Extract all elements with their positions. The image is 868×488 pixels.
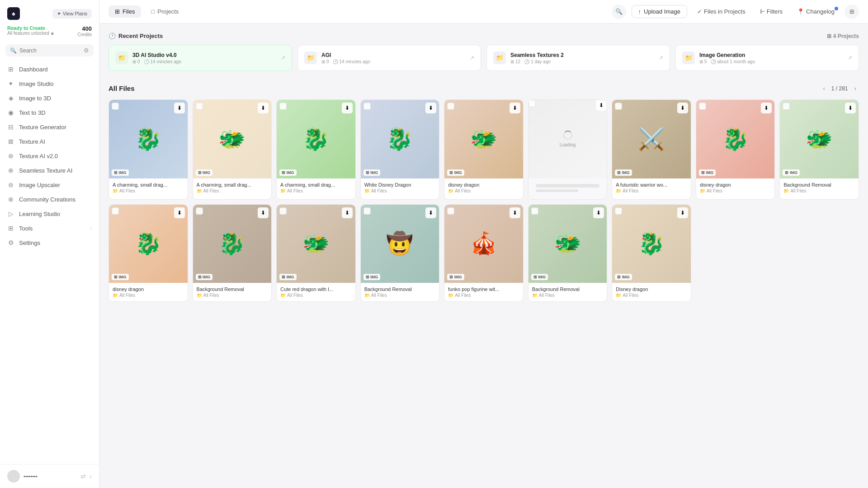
sidebar-item-label: Texture AI	[19, 138, 45, 145]
view-plans-button[interactable]: ✦ View Plans	[52, 9, 92, 19]
file-card[interactable]: 🐉 ⬇ ⊞ IMG disney dragon 📁 All Files	[108, 204, 188, 302]
tab-projects[interactable]: □ Projects	[145, 5, 185, 18]
sidebar-item-image-studio[interactable]: ✦ Image Studio	[0, 76, 99, 91]
search-input[interactable]	[19, 47, 81, 54]
download-button[interactable]: ⬇	[425, 207, 436, 218]
page-indicator: 1 / 281	[831, 85, 848, 92]
project-folder-icon: 📁	[304, 52, 317, 64]
folder-icon: 📁	[616, 188, 621, 193]
file-thumbnail: 🐉 ⬇ ⊞ IMG	[612, 205, 691, 283]
download-button[interactable]: ⬇	[593, 207, 604, 218]
file-info: disney dragon 📁 All Files	[444, 178, 523, 197]
folder-icon: 📁	[364, 188, 370, 193]
file-card[interactable]: 🤠 ⬇ ⊞ IMG Background Removal 📁 All Files	[360, 204, 440, 302]
project-card-image-generation[interactable]: 📁 Image Generation ⊞ 5 🕐 about 1 month a…	[675, 45, 859, 71]
upload-image-button[interactable]: ↑ Upload Image	[632, 5, 687, 18]
download-button[interactable]: ⬇	[342, 207, 353, 218]
download-button[interactable]: ⬇	[258, 207, 269, 218]
file-card[interactable]: 🐲 ⬇ ⊞ IMG disney dragon 📁 All Files	[444, 99, 524, 200]
file-checkbox[interactable]	[196, 207, 203, 215]
file-card[interactable]: 🐉 ⬇ ⊞ IMG A charming, small drag... 📁 Al…	[108, 99, 188, 200]
file-card[interactable]: 🎪 ⬇ ⊞ IMG funko pop figurine wit... 📁 Al…	[444, 204, 524, 302]
download-button[interactable]: ⬇	[677, 207, 688, 218]
sidebar-item-image-upscaler[interactable]: ⊜ Image Upscaler	[0, 178, 99, 192]
sidebar-item-learning-studio[interactable]: ▷ Learning Studio	[0, 206, 99, 221]
file-card[interactable]: 🐉 ⬇ ⊞ IMG White Disney Dragon 📁 All File…	[360, 99, 440, 200]
file-card[interactable]: 🐲 ⬇ ⊞ IMG A charming, small drag... 📁 Al…	[193, 99, 272, 200]
tab-files[interactable]: ⊞ Files	[108, 5, 141, 18]
file-checkbox[interactable]	[112, 103, 119, 110]
prev-page-button[interactable]: ‹	[820, 84, 827, 93]
file-card[interactable]: 🐉 ⬇ ⊞ IMG Background Removal 📁 All Files	[193, 204, 272, 302]
project-card-seamless-textures[interactable]: 📁 Seamless Textures 2 ⊞ 12 🕐 1 day ago ↗	[486, 45, 670, 71]
file-checkbox[interactable]	[615, 207, 622, 215]
file-card[interactable]: 🐲 ⬇ ⊞ IMG Background Removal 📁 All Files	[779, 99, 859, 200]
collapse-sidebar-button[interactable]: ‹	[90, 473, 92, 480]
sidebar-item-seamless-texture[interactable]: ⊕ Seamless Texture AI	[0, 163, 99, 178]
sidebar-item-settings[interactable]: ⚙ Settings	[0, 235, 99, 250]
files-in-projects-button[interactable]: ✓ Files in Projects	[693, 6, 750, 17]
project-card-agi[interactable]: 📁 AGI ⊞ 0 🕐 14 minutes ago ↗	[297, 45, 481, 71]
open-project-button[interactable]: ↗	[659, 55, 663, 61]
sidebar-item-tools[interactable]: ⊞ Tools ›	[0, 221, 99, 235]
sidebar-item-texture-ai[interactable]: ⊠ Texture AI	[0, 134, 99, 149]
file-card[interactable]: ⚔️ ⬇ ⊞ IMG A futuristic warrior wo... 📁 …	[612, 99, 691, 200]
sidebar-item-label: Community Creations	[19, 196, 75, 203]
open-project-button[interactable]: ↗	[848, 55, 852, 61]
file-checkbox[interactable]	[699, 103, 706, 110]
files-in-projects-label: Files in Projects	[704, 8, 745, 15]
sidebar-item-text-to-3d[interactable]: ◉ Text to 3D	[0, 105, 99, 120]
settings-footer-button[interactable]: ⇄	[80, 473, 86, 480]
sidebar-item-dashboard[interactable]: ⊞ Dashboard	[0, 62, 99, 76]
changelog-icon: 📍	[797, 8, 804, 15]
file-checkbox[interactable]	[447, 207, 454, 215]
file-info: A charming, small drag... 📁 All Files	[193, 178, 272, 197]
file-checkbox[interactable]	[783, 103, 790, 110]
file-card[interactable]: 🐉 ⬇ ⊞ IMG Disney dragon 📁 All Files	[612, 204, 691, 302]
download-button[interactable]: ⬇	[509, 103, 520, 113]
sidebar-item-texture-generator[interactable]: ⊟ Texture Generator	[0, 120, 99, 134]
file-card[interactable]: 🐉 ⬇ ⊞ IMG disney dragon 📁 All Files	[696, 99, 775, 200]
file-checkbox[interactable]	[363, 207, 371, 215]
image-studio-icon: ✦	[7, 80, 14, 87]
time-info: 🕐 about 1 month ago	[711, 59, 755, 64]
sidebar-item-texture-ai-v2[interactable]: ⊛ Texture AI v2.0	[0, 149, 99, 163]
sidebar-item-community-creations[interactable]: ⊗ Community Creations	[0, 192, 99, 206]
download-button[interactable]: ⬇	[761, 103, 772, 113]
download-button[interactable]: ⬇	[174, 103, 185, 113]
download-button[interactable]: ⬇	[174, 207, 185, 218]
file-checkbox[interactable]	[531, 207, 538, 215]
download-button[interactable]: ⬇	[509, 207, 520, 218]
file-thumbnail-loading: ⬇ Loading	[528, 100, 607, 178]
download-button[interactable]: ⬇	[677, 103, 688, 113]
file-checkbox[interactable]	[196, 103, 203, 110]
file-checkbox[interactable]	[615, 103, 622, 110]
search-button[interactable]: 🔍	[612, 5, 626, 19]
open-project-button[interactable]: ↗	[470, 55, 474, 61]
download-button[interactable]: ⬇	[425, 103, 436, 113]
changelog-button[interactable]: 📍 Changelog	[793, 6, 839, 17]
file-checkbox[interactable]	[447, 103, 454, 110]
file-name: A charming, small drag...	[113, 182, 184, 188]
file-checkbox[interactable]	[279, 103, 287, 110]
file-name: Disney dragon	[616, 286, 687, 292]
settings-icon-button[interactable]: ⚙	[84, 47, 89, 54]
project-card-3d-ai-studio[interactable]: 📁 3D AI Studio v4.0 ⊞ 0 🕐 14 minutes ago…	[108, 45, 292, 71]
file-checkbox[interactable]	[279, 207, 287, 215]
download-button[interactable]: ⬇	[258, 103, 269, 113]
grid-view-button[interactable]: ⊞	[844, 5, 859, 19]
file-card[interactable]: 🐲 ⬇ ⊞ IMG Cute red dragon with l... 📁 Al…	[276, 204, 356, 302]
file-checkbox[interactable]	[363, 103, 371, 110]
download-button[interactable]: ⬇	[342, 103, 353, 113]
clock-icon: 🕐	[108, 33, 116, 39]
open-project-button[interactable]: ↗	[281, 55, 285, 61]
sidebar-item-image-to-3d[interactable]: ◈ Image to 3D	[0, 91, 99, 105]
next-page-button[interactable]: ›	[852, 84, 859, 93]
project-meta: ⊞ 0 🕐 14 minutes ago	[321, 59, 465, 64]
file-checkbox[interactable]	[112, 207, 119, 215]
filters-button[interactable]: ⊩ Filters	[755, 6, 787, 17]
file-card[interactable]: 🐲 ⬇ ⊞ IMG Background Removal 📁 All Files	[528, 204, 608, 302]
file-card[interactable]: 🐉 ⬇ ⊞ IMG A charming, small drag... 📁 Al…	[276, 99, 356, 200]
file-info: Background Removal 📁 All Files	[528, 283, 607, 301]
download-button[interactable]: ⬇	[845, 103, 856, 113]
